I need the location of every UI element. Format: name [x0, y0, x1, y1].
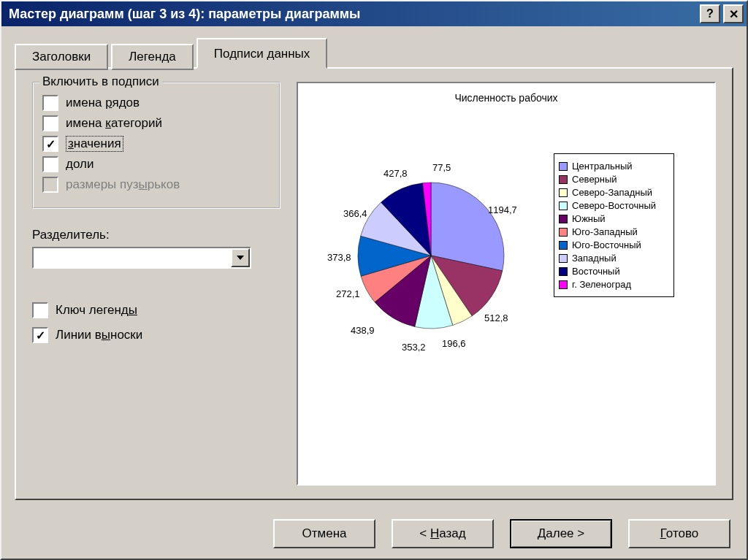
help-button[interactable]: ? [700, 4, 720, 23]
chart-body: 1194,7512,8196,6353,2438,9272,1373,8366,… [307, 110, 706, 475]
include-in-labels-group: Включить в подписи имена рядов имена кат… [32, 82, 280, 209]
legend-label: Южный [572, 213, 606, 224]
content-area: Заголовки Легенда Подписи данных Включит… [1, 26, 747, 509]
chart-legend: ЦентральныйСеверныйСеверо-ЗападныйСеверо… [554, 153, 674, 297]
chart-title: Численность рабочих [307, 92, 706, 104]
close-button[interactable]: ✕ [723, 4, 744, 23]
check-legend-key[interactable]: Ключ легенды [32, 302, 280, 318]
check-label: значения [66, 136, 123, 152]
data-label: 1194,7 [488, 204, 517, 215]
titlebar: Мастер диаграмм (шаг 3 из 4): параметры … [1, 1, 747, 26]
legend-item: Южный [559, 213, 669, 224]
data-label: 427,8 [383, 168, 408, 179]
legend-swatch [559, 162, 568, 171]
legend-item: Юго-Восточный [559, 239, 669, 250]
pie-container: 1194,7512,8196,6353,2438,9272,1373,8366,… [307, 110, 548, 387]
legend-item: Восточный [559, 266, 669, 277]
check-percentages[interactable]: доли [42, 156, 270, 172]
legend-label: г. Зеленоград [572, 279, 631, 290]
check-label: размеры пузырьков [66, 177, 180, 192]
checkbox[interactable]: ✓ [32, 327, 48, 343]
legend-swatch [559, 254, 568, 263]
legend-item: Западный [559, 253, 669, 264]
check-label: имена рядов [66, 96, 140, 110]
check-category-names[interactable]: имена категорий [42, 115, 270, 131]
legend-swatch [559, 280, 568, 289]
button-bar: Отмена < Назад Далее > Готово [1, 509, 747, 559]
legend-swatch [559, 202, 568, 210]
checkbox[interactable] [42, 156, 58, 172]
check-label: Ключ легенды [56, 303, 137, 318]
check-series-names[interactable]: имена рядов [42, 95, 270, 111]
separator-label: Разделитель: [32, 228, 280, 242]
legend-item: г. Зеленоград [559, 279, 669, 290]
legend-label: Западный [572, 253, 617, 264]
check-label: имена категорий [66, 116, 162, 131]
legend-label: Юго-Западный [572, 226, 638, 237]
check-values[interactable]: ✓ значения [42, 136, 270, 152]
legend-label: Северо-Западный [572, 187, 652, 198]
checkbox[interactable] [42, 115, 58, 131]
titlebar-buttons: ? ✕ [700, 4, 744, 23]
check-label: Линии выноски [56, 328, 142, 342]
tab-legend[interactable]: Легенда [111, 44, 194, 70]
pie-chart [307, 110, 548, 387]
data-label: 366,4 [343, 208, 367, 219]
data-label: 353,2 [402, 342, 426, 353]
close-icon: ✕ [729, 7, 739, 21]
finish-button[interactable]: Готово [628, 519, 730, 548]
legend-label: Северный [572, 174, 617, 185]
tab-data-labels[interactable]: Подписи данных [196, 38, 328, 69]
data-label: 272,1 [336, 288, 360, 299]
tab-titles[interactable]: Заголовки [15, 44, 108, 70]
dropdown-button[interactable] [231, 248, 250, 267]
data-label: 77,5 [432, 162, 451, 173]
cancel-button[interactable]: Отмена [273, 519, 375, 548]
check-label: доли [66, 157, 94, 172]
legend-label: Юго-Восточный [572, 239, 641, 250]
back-button[interactable]: < Назад [392, 519, 494, 548]
legend-swatch [559, 228, 568, 237]
legend-swatch [559, 267, 568, 276]
legend-item: Северо-Западный [559, 187, 669, 198]
legend-item: Центральный [559, 161, 669, 172]
check-bubble-sizes: размеры пузырьков [42, 177, 270, 193]
data-label: 512,8 [484, 312, 508, 323]
legend-item: Юго-Западный [559, 226, 669, 237]
checkbox [42, 177, 58, 193]
legend-swatch [559, 175, 568, 184]
window-title: Мастер диаграмм (шаг 3 из 4): параметры … [9, 7, 360, 22]
legend-item: Северо-Восточный [559, 200, 669, 211]
legend-label: Восточный [572, 266, 620, 277]
chevron-down-icon [237, 256, 244, 260]
legend-swatch [559, 241, 568, 250]
separator-dropdown[interactable] [32, 247, 251, 269]
data-label: 373,8 [327, 252, 351, 263]
legend-label: Северо-Восточный [572, 200, 656, 211]
legend-item: Северный [559, 174, 669, 185]
legend-swatch [559, 188, 568, 197]
left-column: Включить в подписи имена рядов имена кат… [32, 82, 280, 486]
data-label: 438,9 [351, 325, 375, 336]
check-leader-lines[interactable]: ✓ Линии выноски [32, 327, 280, 343]
legend-swatch [559, 215, 568, 223]
checkbox[interactable] [42, 95, 58, 111]
legend-label: Центральный [572, 161, 633, 172]
chart-preview: Численность рабочих 1194,7512,8196,6353,… [297, 82, 716, 486]
checkbox[interactable] [32, 302, 48, 318]
separator-value[interactable] [34, 248, 231, 267]
tab-panel: Включить в подписи имена рядов имена кат… [15, 67, 733, 500]
dialog-window: Мастер диаграмм (шаг 3 из 4): параметры … [0, 0, 748, 560]
tabstrip: Заголовки Легенда Подписи данных [15, 38, 733, 69]
checkbox[interactable]: ✓ [42, 136, 58, 152]
group-title: Включить в подписи [39, 74, 162, 89]
data-label: 196,6 [442, 338, 466, 349]
next-button[interactable]: Далее > [510, 519, 612, 548]
